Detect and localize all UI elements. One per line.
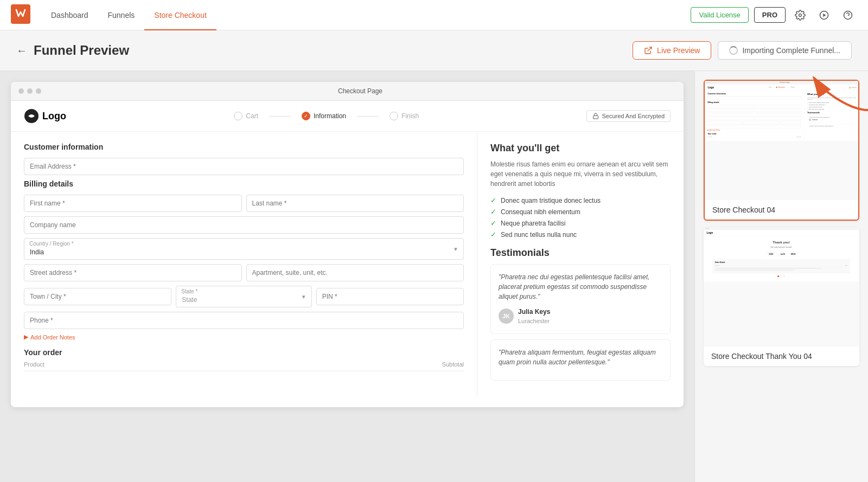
browser-title: Checkout Page <box>44 87 676 95</box>
testimonial-1: "Pharetra aliquam fermentum, feugiat ege… <box>490 339 671 381</box>
browser-dot-1 <box>18 88 24 94</box>
nav-funnels[interactable]: Funnels <box>98 0 145 30</box>
email-input[interactable] <box>24 158 464 175</box>
play-button[interactable] <box>815 6 833 24</box>
step-info-label: Information <box>314 112 346 120</box>
step-cart-label: Cart <box>246 112 258 120</box>
help-button[interactable] <box>839 6 857 24</box>
valid-license-button[interactable]: Valid License <box>691 7 748 23</box>
template-preview-0: Checkout Page Logo ○ Cart ⦿ Information … <box>705 81 858 200</box>
testimonial-0: "Pharetra nec dui egestas pellentesque f… <box>490 264 671 334</box>
checkout-right-panel: What you'll get Molestie risus fames eni… <box>477 132 684 397</box>
nav-store-checkout[interactable]: Store Checkout <box>144 0 216 30</box>
main-layout: Checkout Page Logo Cart <box>0 71 868 482</box>
apt-input[interactable] <box>246 264 464 281</box>
street-input[interactable] <box>24 264 242 281</box>
country-arrow: ▼ <box>453 246 458 252</box>
browser-dot-3 <box>36 88 41 94</box>
feature-0: ✓ Donec quam tristique donec lectus <box>490 196 671 204</box>
live-preview-button[interactable]: Live Preview <box>633 41 711 60</box>
feature-label-3: Sed nunc tellus nulla nunc <box>501 231 577 239</box>
checkout-logo: Logo <box>24 108 66 124</box>
back-button[interactable]: ← <box>16 44 27 57</box>
pro-button[interactable]: PRO <box>754 7 786 23</box>
page-header: ← Funnel Preview Live Preview Importing … <box>0 30 868 71</box>
header-actions: Live Preview Importing Complete Funnel..… <box>633 41 852 60</box>
live-preview-label: Live Preview <box>657 46 700 55</box>
city-state-row: State * State ▼ <box>24 286 464 307</box>
phone-input[interactable] <box>24 312 464 329</box>
check-icon-0: ✓ <box>490 196 496 204</box>
check-icon-1: ✓ <box>490 208 496 216</box>
country-select-wrap: Country / Region * India ▼ <box>24 238 464 260</box>
page-title: Funnel Preview <box>34 43 633 58</box>
step-cart-circle <box>234 112 242 120</box>
top-nav: Dashboard Funnels Store Checkout Valid L… <box>0 0 868 30</box>
feature-2: ✓ Neque pharetra facilisi <box>490 219 671 227</box>
add-notes-label: Add Order Notes <box>30 334 75 340</box>
address-row <box>24 264 464 281</box>
pin-input[interactable] <box>316 288 464 305</box>
state-arrow: ▼ <box>301 294 307 300</box>
settings-button[interactable] <box>791 6 809 24</box>
svg-point-1 <box>799 14 802 16</box>
template-name-0: Store Checkout 04 <box>705 200 858 220</box>
first-name-input[interactable] <box>24 195 242 212</box>
feature-1: ✓ Consequat nibh elementum <box>490 208 671 216</box>
author-0-avatar: JK <box>499 309 514 324</box>
checkout-body: Customer information Billing details Cou… <box>11 132 684 397</box>
checkout-browser: Checkout Page Logo Cart <box>11 82 684 407</box>
nav-dashboard[interactable]: Dashboard <box>41 0 98 30</box>
add-notes-arrow: ▶ <box>24 333 28 340</box>
author-0-info: Julia Keys Lurachester <box>518 307 550 326</box>
svg-line-6 <box>648 47 652 51</box>
step-info-circle: ✓ <box>302 112 310 120</box>
help-icon <box>843 10 853 21</box>
feature-label-0: Donec quam tristique donec lectus <box>501 197 601 204</box>
feature-3: ✓ Sed nunc tellus nulla nunc <box>490 230 671 239</box>
loading-spinner <box>729 46 738 55</box>
importing-label: Importing Complete Funnel... <box>742 46 840 55</box>
country-label: Country / Region * <box>29 241 74 247</box>
template-card-0[interactable]: Checkout Page Logo ○ Cart ⦿ Information … <box>704 80 859 221</box>
your-order-title: Your order <box>24 348 464 357</box>
svg-rect-0 <box>11 4 30 24</box>
feature-label-1: Consequat nibh elementum <box>501 208 580 216</box>
whats-description: Molestie risus fames enim eu ornare aene… <box>490 159 671 189</box>
subtotal-label: Subtotal <box>442 361 464 368</box>
last-name-input[interactable] <box>246 195 464 212</box>
testimonials-title: Testimonials <box>490 247 671 259</box>
browser-dot-2 <box>27 88 33 94</box>
check-icon-3: ✓ <box>490 230 496 239</box>
lock-icon <box>592 113 599 119</box>
template-card-1[interactable]: Logo Thank you! Your order has been rece… <box>704 227 859 366</box>
checkout-steps: Cart ✓ Information Finish <box>66 112 586 120</box>
template-preview-1: Logo Thank you! Your order has been rece… <box>704 227 859 346</box>
testimonial-0-quote: "Pharetra nec dui egestas pellentesque f… <box>499 272 662 301</box>
checkout-header: Logo Cart ✓ Information Finish <box>11 101 684 132</box>
country-value[interactable]: India <box>24 238 464 260</box>
logo-icon <box>24 108 39 124</box>
whats-title: What you'll get <box>490 143 671 154</box>
step-divider-1 <box>269 116 291 117</box>
customer-info-title: Customer information <box>24 143 464 151</box>
svg-rect-8 <box>593 116 598 119</box>
step-finish: Finish <box>390 112 419 120</box>
testimonial-1-quote: "Pharetra aliquam fermentum, feugiat ege… <box>499 348 662 367</box>
add-notes-link[interactable]: ▶ Add Order Notes <box>24 333 464 340</box>
preview-pane: Checkout Page Logo Cart <box>0 71 694 482</box>
step-information: ✓ Information <box>302 112 346 120</box>
company-input[interactable] <box>24 216 464 234</box>
author-0-name: Julia Keys <box>518 307 550 317</box>
order-table-header: Product Subtotal <box>24 361 464 371</box>
importing-button[interactable]: Importing Complete Funnel... <box>718 41 852 60</box>
feature-label-2: Neque pharetra facilisi <box>501 220 565 227</box>
browser-bar: Checkout Page <box>11 82 684 101</box>
logo[interactable] <box>11 4 41 26</box>
secure-text: Secured And Encrypted <box>602 113 665 119</box>
city-input[interactable] <box>24 288 171 305</box>
author-0-company: Lurachester <box>518 317 550 326</box>
svg-point-4 <box>844 11 852 19</box>
product-label: Product <box>24 361 44 368</box>
logo-text: Logo <box>42 111 66 122</box>
